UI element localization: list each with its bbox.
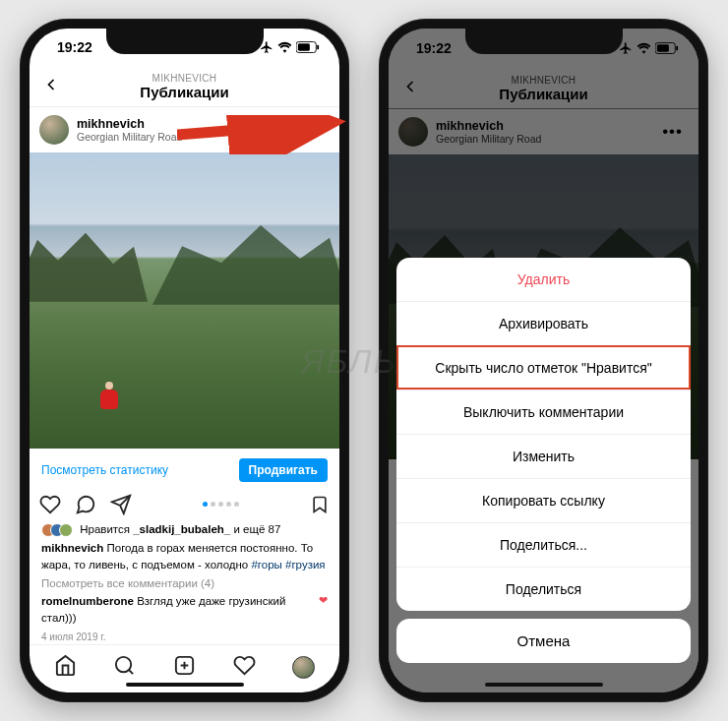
navbar: MIKHNEVICH Публикации [30,67,339,107]
post-header-names[interactable]: mikhnevich Georgian Military Road [77,117,182,143]
caption-hashtags[interactable]: #горы #грузия [251,559,325,571]
sheet-item-disable-comments[interactable]: Выключить комментарии [396,390,691,434]
sheet-item-archive[interactable]: Архивировать [396,301,691,345]
home-icon [54,654,77,677]
promote-button[interactable]: Продвигать [239,458,328,482]
caption-username[interactable]: mikhnevich [41,542,103,554]
sheet-cancel-button[interactable]: Отмена [396,619,691,663]
like-button[interactable] [39,494,61,515]
home-indicator [126,683,244,687]
back-button[interactable] [41,75,61,98]
chevron-left-icon [41,75,61,94]
wifi-icon [277,41,292,53]
tab-search[interactable] [113,654,136,681]
heart-icon [39,494,61,515]
svg-rect-2 [317,45,319,50]
profile-avatar-icon [292,656,315,679]
search-icon [113,654,136,677]
navbar-title-group: MIKHNEVICH Публикации [30,73,339,100]
mountain-shape [152,221,339,305]
annotation-arrow [177,115,354,154]
screen-right: 19:22 MIKHNEVICH Публикации mikhnevich G… [389,29,698,692]
comment-row: romelnumberone Взгляд уже даже грузински… [41,593,328,626]
svg-point-5 [116,657,131,672]
action-sheet: Удалить Архивировать Скрыть число отмето… [396,258,691,685]
caption: mikhnevich Погода в горах меняется посто… [41,540,328,572]
send-icon [110,494,132,515]
svg-line-11 [177,123,325,135]
sheet-item-edit[interactable]: Изменить [396,434,691,478]
comment-like-icon[interactable]: ❤ [319,593,328,609]
likes-suffix: и ещё 87 [230,523,280,535]
view-all-comments[interactable]: Посмотреть все комментарии (4) [41,575,328,592]
phone-right: 19:22 MIKHNEVICH Публикации mikhnevich G… [379,19,708,702]
stats-row: Посмотреть статистику Продвигать [30,449,339,490]
post-location: Georgian Military Road [77,131,182,143]
post-date: 4 июля 2019 г. [41,631,328,645]
status-time: 19:22 [57,39,92,55]
tab-home[interactable] [54,654,77,681]
comment-username[interactable]: romelnumberone [41,595,134,607]
likes-row[interactable]: Нравится _sladkij_bubaleh_ и ещё 87 [41,521,328,538]
save-button[interactable] [310,494,330,515]
tab-profile[interactable] [292,656,315,679]
likes-avatars [41,523,73,537]
post-meta: Нравится _sladkij_bubaleh_ и ещё 87 mikh… [30,521,339,645]
mountain-shape [30,233,148,302]
status-icons [260,40,320,54]
svg-rect-1 [298,44,310,51]
post-photo[interactable] [30,152,339,449]
post-actions [30,490,339,521]
post-username: mikhnevich [77,117,182,131]
sheet-item-hide-likes[interactable]: Скрыть число отметок "Нравится" [396,345,691,390]
sheet-item-delete[interactable]: Удалить [396,258,691,301]
heart-icon [233,654,256,677]
bookmark-icon [310,494,330,515]
view-insights-link[interactable]: Посмотреть статистику [41,463,168,477]
battery-icon [296,41,320,53]
avatar[interactable] [39,115,69,145]
person-shape [98,382,120,409]
home-indicator [485,683,603,687]
comment-button[interactable] [75,494,96,515]
svg-line-6 [129,670,133,674]
navbar-subtitle: MIKHNEVICH [30,73,339,84]
sheet-item-copy-link[interactable]: Копировать ссылку [396,478,691,522]
sheet-item-share-to[interactable]: Поделиться... [396,522,691,567]
action-sheet-options: Удалить Архивировать Скрыть число отмето… [396,258,691,611]
phone-left: 19:22 MIKHNEVICH Публикации mikhnevich G… [20,19,349,702]
notch [465,29,623,54]
likes-user: _sladkij_bubaleh_ [133,523,230,535]
plus-square-icon [173,654,196,677]
sheet-item-share[interactable]: Поделиться [396,567,691,611]
notch [106,29,264,54]
tab-activity[interactable] [233,654,256,681]
share-button[interactable] [110,494,132,515]
comment-icon [75,494,96,515]
carousel-pager [203,502,239,507]
navbar-title: Публикации [30,84,339,100]
likes-prefix: Нравится [80,523,133,535]
tab-create[interactable] [173,654,196,681]
